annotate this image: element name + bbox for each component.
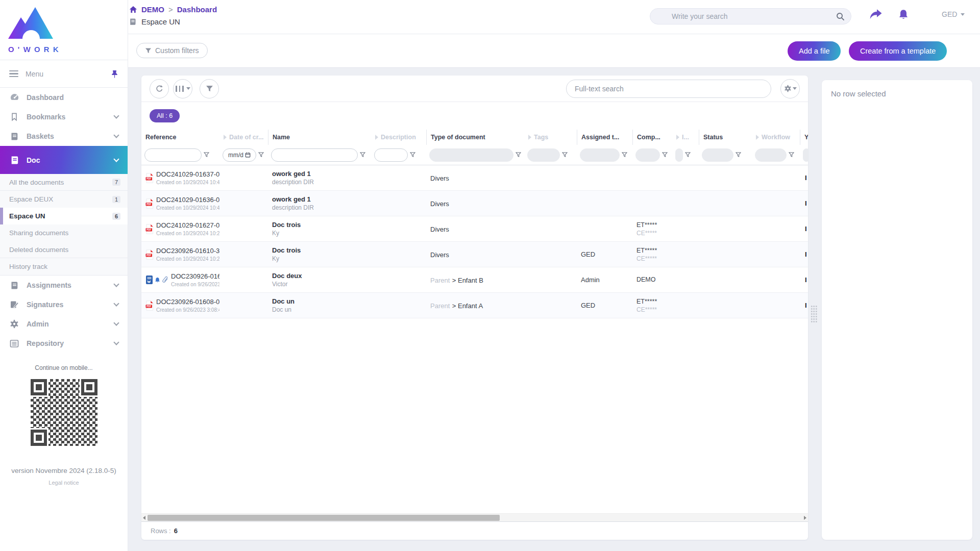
table-row[interactable]: PDF DOC241029-01627-0Created on 10/29/20… bbox=[141, 216, 808, 242]
row-reference: DOC241029-01636-0 bbox=[156, 196, 219, 204]
pdf-file-icon: PDF bbox=[145, 300, 154, 311]
sidebar-item-history-track[interactable]: History track bbox=[0, 258, 128, 275]
chevron-down-icon bbox=[113, 132, 119, 138]
funnel-icon[interactable] bbox=[736, 152, 741, 158]
funnel-icon[interactable] bbox=[410, 152, 415, 158]
funnel-icon[interactable] bbox=[258, 152, 264, 158]
column-header-type[interactable]: Type of document bbox=[426, 130, 524, 145]
funnel-icon[interactable] bbox=[360, 152, 365, 158]
action-bar: Custom filters Add a file Create from a … bbox=[128, 34, 980, 68]
pin-icon[interactable] bbox=[111, 70, 118, 78]
table-row[interactable]: PDF DOC241029-01637-0Created on 10/29/20… bbox=[141, 165, 808, 191]
reference-filter bbox=[144, 148, 202, 162]
bookmark-icon bbox=[9, 112, 19, 121]
row-assigned: GED bbox=[577, 251, 632, 258]
column-header-date[interactable]: Date of cr... bbox=[219, 130, 268, 145]
detail-panel: No row selected bbox=[822, 80, 972, 540]
refresh-button[interactable] bbox=[150, 79, 169, 98]
breadcrumb: DEMO > Dashboard Espace UN bbox=[129, 5, 217, 26]
sidebar-nav: Dashboard Bookmarks Baskets Doc All bbox=[0, 88, 128, 353]
sidebar-item-dashboard[interactable]: Dashboard bbox=[0, 88, 128, 107]
column-header-cut[interactable]: Y... bbox=[800, 130, 808, 145]
table-row[interactable]: DOC230926-01609-0Created on 9/26/2023 3:… bbox=[141, 267, 808, 293]
funnel-icon[interactable] bbox=[562, 152, 568, 158]
column-header-i[interactable]: I... bbox=[672, 130, 699, 145]
table-row[interactable]: PDF DOC230926-01610-3Created on 10/29/20… bbox=[141, 242, 808, 267]
sidebar-item-assignments[interactable]: Assignments bbox=[0, 276, 128, 295]
create-template-button[interactable]: Create from a template bbox=[849, 41, 947, 61]
filter-button[interactable] bbox=[200, 79, 219, 98]
add-file-button[interactable]: Add a file bbox=[788, 41, 841, 61]
column-header-workflow[interactable]: Workflow bbox=[752, 130, 800, 145]
column-header-assigned[interactable]: Assigned t... bbox=[577, 130, 632, 145]
table-settings-button[interactable] bbox=[780, 79, 800, 98]
fulltext-search-input[interactable] bbox=[575, 85, 763, 93]
sidebar-item-signatures[interactable]: Signatures bbox=[0, 295, 128, 314]
sort-arrow-icon[interactable] bbox=[528, 135, 531, 140]
row-type: Divers bbox=[430, 174, 449, 182]
share-icon[interactable] bbox=[869, 9, 882, 20]
sidebar-item-deleted-documents[interactable]: Deleted documents bbox=[0, 241, 128, 258]
funnel-icon[interactable] bbox=[204, 152, 209, 158]
sidebar-item-label: Dashboard bbox=[27, 93, 64, 102]
funnel-icon[interactable] bbox=[685, 152, 691, 158]
date-filter[interactable]: mm/d bbox=[223, 148, 256, 162]
chevron-down-icon bbox=[113, 281, 119, 287]
sidebar-item-doc[interactable]: Doc bbox=[0, 146, 128, 174]
breadcrumb-separator: > bbox=[168, 5, 173, 14]
sidebar-item-espace-un[interactable]: Espace UN 6 bbox=[0, 208, 128, 224]
columns-button[interactable] bbox=[173, 79, 192, 98]
menu-toggle-row[interactable]: Menu bbox=[0, 60, 128, 88]
bell-icon[interactable] bbox=[897, 9, 910, 20]
global-search-input[interactable] bbox=[672, 12, 836, 20]
home-icon[interactable] bbox=[129, 6, 137, 13]
breadcrumb-page[interactable]: Dashboard bbox=[177, 5, 217, 14]
sort-arrow-icon[interactable] bbox=[375, 135, 378, 140]
name-filter-input[interactable] bbox=[276, 152, 353, 159]
chevron-down-icon bbox=[961, 13, 965, 16]
funnel-icon[interactable] bbox=[622, 152, 627, 158]
breadcrumb-root[interactable]: DEMO bbox=[141, 5, 164, 14]
sidebar-item-admin[interactable]: Admin bbox=[0, 314, 128, 334]
sidebar-item-all-documents[interactable]: All the documents 7 bbox=[0, 174, 128, 191]
hamburger-icon bbox=[9, 69, 18, 79]
panel-resize-handle[interactable] bbox=[811, 305, 817, 322]
row-truncated-text: I bbox=[800, 225, 808, 233]
column-header-reference[interactable]: Reference bbox=[141, 130, 219, 145]
sidebar-item-baskets[interactable]: Baskets bbox=[0, 127, 128, 146]
svg-text:PDF: PDF bbox=[146, 203, 151, 206]
column-header-status[interactable]: Status bbox=[699, 130, 752, 145]
company-filter bbox=[635, 148, 660, 162]
scroll-right-icon[interactable] bbox=[804, 516, 806, 520]
column-header-tags[interactable]: Tags bbox=[524, 130, 577, 145]
table-row[interactable]: PDF DOC230926-01608-0Created on 9/26/202… bbox=[141, 293, 808, 318]
legal-notice-link[interactable]: Legal notice bbox=[0, 480, 128, 486]
funnel-icon[interactable] bbox=[662, 152, 668, 158]
mobile-qr-block: Continue on mobile... bbox=[0, 364, 128, 449]
fulltext-search bbox=[566, 80, 771, 98]
horizontal-scrollbar[interactable] bbox=[141, 513, 808, 521]
funnel-icon[interactable] bbox=[516, 152, 521, 158]
sidebar-item-bookmarks[interactable]: Bookmarks bbox=[0, 107, 128, 127]
sort-arrow-icon[interactable] bbox=[224, 135, 227, 140]
sidebar-item-sharing-documents[interactable]: Sharing documents bbox=[0, 224, 128, 241]
sidebar-item-espace-deux[interactable]: Espace DEUX 1 bbox=[0, 191, 128, 208]
description-filter-input[interactable] bbox=[376, 152, 406, 159]
table-row[interactable]: PDF DOC241029-01636-0Created on 10/29/20… bbox=[141, 191, 808, 216]
column-header-name[interactable]: Name bbox=[268, 130, 371, 145]
gauge-icon bbox=[9, 93, 19, 103]
sidebar-item-repository[interactable]: Repository bbox=[0, 334, 128, 353]
funnel-icon[interactable] bbox=[789, 152, 794, 158]
column-header-description[interactable]: Description bbox=[371, 130, 426, 145]
custom-filters-button[interactable]: Custom filters bbox=[136, 43, 208, 58]
user-menu[interactable]: GED bbox=[942, 10, 965, 18]
scrollbar-thumb[interactable] bbox=[148, 515, 500, 521]
sidebar-item-label: Bookmarks bbox=[27, 113, 65, 121]
all-filter-badge[interactable]: All : 6 bbox=[150, 109, 180, 122]
sort-arrow-icon[interactable] bbox=[756, 135, 759, 140]
scroll-left-icon[interactable] bbox=[143, 516, 145, 520]
search-icon[interactable] bbox=[836, 12, 845, 21]
column-header-company[interactable]: Comp... bbox=[632, 130, 672, 145]
reference-filter-input[interactable] bbox=[148, 152, 199, 159]
sort-arrow-icon[interactable] bbox=[676, 135, 679, 140]
